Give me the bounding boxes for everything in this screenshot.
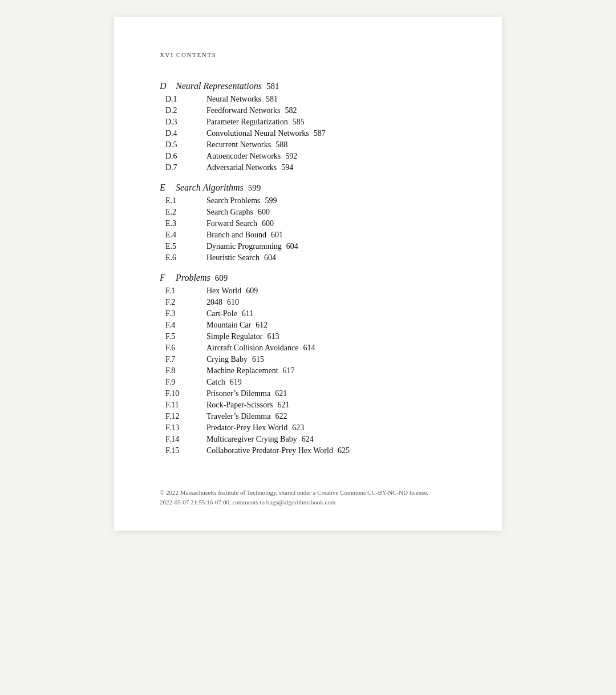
subsection-id: E.3 (165, 219, 206, 228)
section-letter-D: D (160, 81, 176, 91)
subsection-page: 585 (293, 118, 305, 127)
footer: © 2022 Massachusetts Institute of Techno… (160, 488, 456, 508)
subsection-row: E.5Dynamic Programming604 (160, 242, 456, 251)
subsection-page: 614 (303, 344, 315, 353)
subsection-title: Collaborative Predator-Prey Hex World (206, 446, 333, 455)
subsection-id: F.5 (165, 332, 206, 341)
subsection-page: 604 (286, 242, 298, 251)
subsection-title: Catch (206, 378, 225, 387)
subsection-row: D.6Autoencoder Networks592 (160, 152, 456, 161)
subsection-page: 615 (252, 355, 264, 364)
subsection-page: 621 (275, 389, 287, 398)
subsection-id: F.1 (165, 286, 206, 296)
subsection-row: D.7Adversarial Networks594 (160, 163, 456, 172)
subsection-title: Simple Regulator (206, 332, 262, 341)
subsection-title: Predator-Prey Hex World (206, 423, 287, 433)
subsection-page: 624 (302, 435, 314, 444)
subsection-id: E.5 (165, 242, 206, 251)
subsection-row: F.10Prisoner’s Dilemma621 (160, 389, 456, 398)
subsection-row: E.6Heuristic Search604 (160, 253, 456, 262)
subsection-row: F.1Hex World609 (160, 286, 456, 296)
subsection-id: F.7 (165, 355, 206, 364)
subsection-title: Aircraft Collision Avoidance (206, 344, 298, 353)
subsection-id: D.2 (165, 106, 206, 115)
subsection-title: Dynamic Programming (206, 242, 282, 251)
section-letter-F: F (160, 273, 176, 283)
subsection-title: Adversarial Networks (206, 163, 277, 172)
subsection-row: F.12Traveler’s Dilemma622 (160, 412, 456, 421)
subsection-title: Search Graphs (206, 208, 253, 217)
subsection-title: Neural Networks (206, 95, 261, 104)
subsection-id: F.2 (165, 298, 206, 307)
subsection-title: Branch and Bound (206, 231, 266, 240)
subsection-id: E.1 (165, 196, 206, 205)
subsection-row: F.22048610 (160, 298, 456, 307)
subsection-id: F.10 (165, 389, 206, 398)
subsection-id: D.3 (165, 118, 206, 127)
page: xvi CONTENTS DNeural Representations581D… (114, 17, 502, 531)
subsection-title: Traveler’s Dilemma (206, 412, 270, 421)
subsection-id: D.4 (165, 129, 206, 138)
subsection-title: Forward Search (206, 219, 257, 228)
subsection-id: F.12 (165, 412, 206, 421)
section-block-E: ESearch Algorithms599E.1Search Problems5… (160, 183, 456, 262)
section-page-E: 599 (248, 183, 261, 193)
subsection-page: 600 (262, 219, 274, 228)
subsection-page: 623 (292, 423, 304, 433)
subsection-title: Multicaregiver Crying Baby (206, 435, 297, 444)
section-title-F: Problems (176, 273, 210, 283)
subsection-page: 587 (314, 129, 326, 138)
subsection-id: D.6 (165, 152, 206, 161)
subsection-row: F.11Rock-Paper-Scissors621 (160, 401, 456, 410)
subsection-id: D.7 (165, 163, 206, 172)
subsection-title: Cart-Pole (206, 309, 237, 318)
subsection-page: 619 (230, 378, 242, 387)
subsection-page: 613 (267, 332, 279, 341)
subsection-row: F.6Aircraft Collision Avoidance614 (160, 344, 456, 353)
subsection-id: F.8 (165, 366, 206, 375)
subsection-title: Hex World (206, 286, 241, 296)
subsection-row: E.2Search Graphs600 (160, 208, 456, 217)
subsection-row: F.8Machine Replacement617 (160, 366, 456, 375)
subsection-id: F.9 (165, 378, 206, 387)
subsection-page: 609 (246, 286, 258, 296)
subsection-title: Feedforward Networks (206, 106, 280, 115)
section-block-D: DNeural Representations581D.1Neural Netw… (160, 81, 456, 172)
subsection-id: F.15 (165, 446, 206, 455)
subsection-page: 592 (285, 152, 297, 161)
subsection-row: D.1Neural Networks581 (160, 95, 456, 104)
subsection-row: D.2Feedforward Networks582 (160, 106, 456, 115)
subsection-page: 604 (264, 253, 276, 262)
subsection-page: 601 (271, 231, 283, 240)
subsection-row: F.14Multicaregiver Crying Baby624 (160, 435, 456, 444)
page-header: xvi CONTENTS (160, 51, 456, 58)
section-row-E: ESearch Algorithms599 (160, 183, 456, 193)
subsection-row: D.4Convolutional Neural Networks587 (160, 129, 456, 138)
subsection-row: F.3Cart-Pole611 (160, 309, 456, 318)
subsection-row: F.4Mountain Car612 (160, 321, 456, 330)
section-title-E: Search Algorithms (176, 183, 244, 193)
subsection-title: Search Problems (206, 196, 260, 205)
subsection-row: F.7Crying Baby615 (160, 355, 456, 364)
subsection-page: 600 (258, 208, 270, 217)
subsection-page: 611 (242, 309, 253, 318)
subsection-row: D.5Recurrent Networks588 (160, 140, 456, 149)
footer-line1: © 2022 Massachusetts Institute of Techno… (160, 488, 456, 498)
subsection-title: Machine Replacement (206, 366, 278, 375)
subsection-id: E.4 (165, 231, 206, 240)
subsection-id: F.11 (165, 401, 206, 410)
section-page-D: 581 (266, 82, 279, 91)
subsection-title: Crying Baby (206, 355, 248, 364)
subsection-row: F.9Catch619 (160, 378, 456, 387)
section-title-D: Neural Representations (176, 81, 262, 91)
subsection-page: 622 (275, 412, 287, 421)
subsection-page: 610 (227, 298, 239, 307)
subsection-title: Recurrent Networks (206, 140, 271, 149)
subsection-title: Convolutional Neural Networks (206, 129, 309, 138)
subsection-page: 621 (277, 401, 289, 410)
subsection-title: Heuristic Search (206, 253, 260, 262)
section-block-F: FProblems609F.1Hex World609F.22048610F.3… (160, 273, 456, 455)
subsection-page: 625 (338, 446, 350, 455)
subsection-id: E.2 (165, 208, 206, 217)
subsection-title: Parameter Regularization (206, 118, 288, 127)
